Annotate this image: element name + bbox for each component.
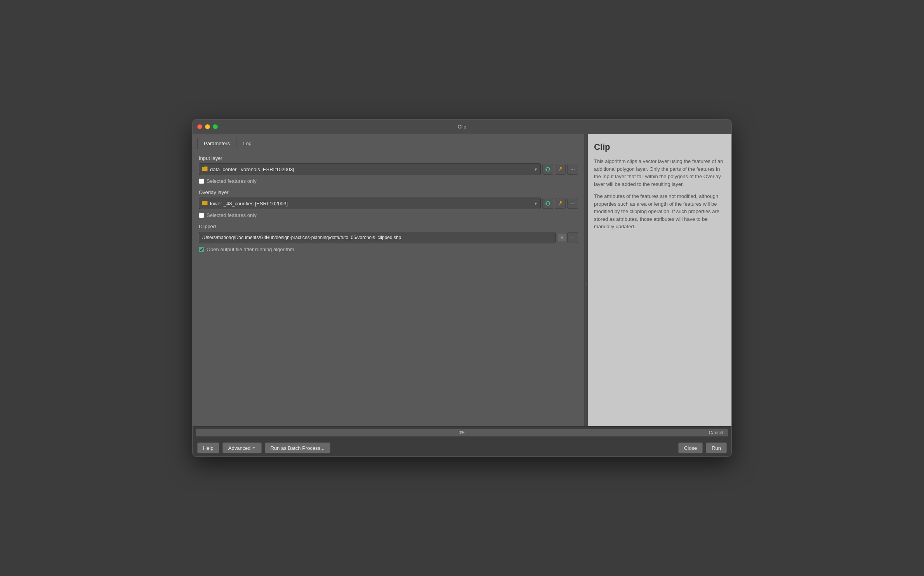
titlebar: Clip: [193, 120, 731, 134]
minimize-button[interactable]: [205, 124, 210, 129]
input-layer-section: Input layer data_center _voronois [ESRI:…: [199, 155, 578, 184]
help-panel: Clip This algorithm clips a vector layer…: [588, 134, 731, 426]
open-output-label: Open output file after running algorithm: [207, 246, 294, 252]
bottom-right-buttons: Close Run: [678, 442, 727, 453]
input-layer-label: Input layer: [199, 155, 578, 161]
help-panel-paragraph1: This algorithm clips a vector layer usin…: [594, 158, 725, 188]
clipped-label: Clipped: [199, 224, 578, 229]
overlay-layer-section: Overlay layer lower _48_counties [ESRI:1…: [199, 189, 578, 218]
maximize-button[interactable]: [213, 124, 218, 129]
progress-label: 0%: [459, 430, 465, 435]
batch-process-button[interactable]: Run as Batch Process...: [265, 442, 330, 453]
input-layer-sync-icon[interactable]: [542, 164, 553, 175]
clipped-more-button[interactable]: ···: [567, 232, 578, 243]
tab-parameters[interactable]: Parameters: [197, 138, 236, 149]
cancel-progress-button[interactable]: Cancel: [704, 429, 728, 436]
bottom-bar: Help Advanced ▼ Run as Batch Process... …: [193, 439, 731, 456]
clipped-file-path: /Users/marioag/Documents/GitHub/design-p…: [199, 232, 556, 243]
clip-dialog: Clip Parameters Log Input layer: [192, 119, 732, 457]
tabs-bar: Parameters Log: [193, 134, 584, 149]
input-layer-row: data_center _voronois [ESRI:102003] ▼: [199, 163, 578, 175]
open-output-checkbox[interactable]: [199, 247, 204, 252]
overlay-selected-only-label: Selected features only: [207, 212, 257, 218]
advanced-dropdown-arrow-icon: ▼: [252, 446, 256, 450]
open-output-row: Open output file after running algorithm: [199, 246, 578, 252]
tab-log[interactable]: Log: [236, 138, 258, 149]
overlay-layer-row: lower _48_counties [ESRI:102003] ▼: [199, 198, 578, 209]
run-button[interactable]: Run: [706, 442, 727, 453]
input-layer-select-wrapper: data_center _voronois [ESRI:102003] ▼: [199, 163, 541, 175]
overlay-layer-select-wrapper: lower _48_counties [ESRI:102003] ▼: [199, 198, 541, 209]
clipped-clear-button[interactable]: ✕: [558, 234, 566, 241]
input-selected-only-checkbox[interactable]: [199, 179, 204, 184]
input-layer-more-icon[interactable]: ···: [567, 164, 578, 175]
close-dialog-button[interactable]: Close: [678, 442, 703, 453]
overlay-layer-folder-icon: [202, 200, 208, 206]
traffic-lights: [197, 124, 218, 129]
left-panel: Parameters Log Input layer: [193, 134, 585, 426]
panel-divider: · · ·: [585, 134, 588, 426]
overlay-layer-more-icon[interactable]: ···: [567, 198, 578, 209]
clipped-file-row: /Users/marioag/Documents/GitHub/design-p…: [199, 232, 578, 243]
clipped-section: Clipped /Users/marioag/Documents/GitHub/…: [199, 224, 578, 252]
overlay-selected-only-row: Selected features only: [199, 212, 578, 218]
input-layer-settings-icon[interactable]: [555, 164, 566, 175]
help-panel-paragraph2: The attributes of the features are not m…: [594, 193, 725, 231]
close-button[interactable]: [197, 124, 202, 129]
main-content: Parameters Log Input layer: [193, 134, 731, 426]
overlay-selected-only-checkbox[interactable]: [199, 213, 204, 218]
overlay-layer-settings-icon[interactable]: [555, 198, 566, 209]
progress-bar-container: 0% Cancel: [196, 429, 728, 437]
bottom-left-buttons: Help Advanced ▼ Run as Batch Process...: [197, 442, 330, 453]
input-layer-folder-icon: [202, 166, 208, 172]
input-selected-only-row: Selected features only: [199, 178, 578, 184]
overlay-layer-sync-icon[interactable]: [542, 198, 553, 209]
input-layer-select[interactable]: data_center _voronois [ESRI:102003]: [199, 163, 541, 175]
overlay-layer-label: Overlay layer: [199, 189, 578, 195]
tab-content: Input layer data_center _voronois [ESRI:…: [193, 149, 584, 426]
advanced-label: Advanced: [228, 445, 251, 451]
overlay-layer-select[interactable]: lower _48_counties [ESRI:102003]: [199, 198, 541, 209]
help-button[interactable]: Help: [197, 442, 219, 453]
advanced-button[interactable]: Advanced ▼: [222, 442, 262, 453]
help-panel-title: Clip: [594, 142, 725, 152]
progress-bar-area: 0% Cancel: [193, 426, 731, 439]
input-selected-only-label: Selected features only: [207, 178, 257, 184]
window-title: Clip: [458, 124, 466, 130]
